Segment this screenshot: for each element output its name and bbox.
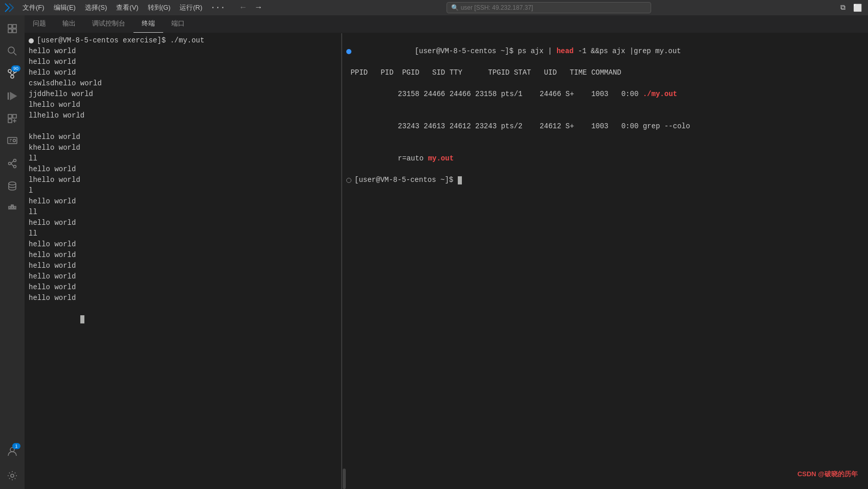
- svg-point-22: [14, 166, 16, 168]
- terminal-line-20: hello world: [29, 250, 337, 261]
- svg-line-10: [12, 73, 15, 75]
- svg-rect-0: [8, 25, 12, 28]
- svg-rect-13: [8, 114, 12, 118]
- source-control-badge: 90: [11, 65, 20, 72]
- terminal-line-12: hello world: [29, 164, 337, 175]
- row1-data: 23158 24466 24466 23158 pts/1 24466 S+ 1…: [398, 90, 643, 98]
- split-editor-btn[interactable]: ⧉: [836, 1, 850, 14]
- menu-run[interactable]: 运行(R): [175, 2, 206, 13]
- activity-extensions[interactable]: [1, 107, 24, 130]
- nav-back[interactable]: ←: [236, 1, 250, 14]
- row2-highlight: my.out: [428, 154, 454, 162]
- main-layout: 90: [0, 15, 868, 489]
- panel-area: 问题 输出 调试控制台 终端 端口 [user@VM-8-5-centos ex…: [25, 15, 868, 489]
- terminal-line-8: [29, 121, 337, 132]
- menu-edit[interactable]: 编辑(E): [50, 2, 80, 13]
- nav-forward[interactable]: →: [252, 1, 265, 14]
- tab-ports[interactable]: 端口: [163, 15, 193, 33]
- svg-point-19: [13, 139, 16, 142]
- csdn-watermark: CSDN @破晓的历年: [797, 470, 858, 479]
- menu-bar: 文件(F) 编辑(E) 选择(S) 查看(V) 转到(G) 运行(R) ···: [18, 2, 228, 13]
- search-input[interactable]: [461, 4, 647, 11]
- activity-run[interactable]: [1, 85, 24, 107]
- terminal-data-row2-cont: r=auto my.out: [346, 143, 864, 175]
- cmd-head-highlight: head: [557, 47, 574, 55]
- terminal-pane-left[interactable]: [user@VM-8-5-centos exercise]$ ./my.out …: [25, 33, 342, 489]
- row1-highlight: ./my.out: [643, 90, 677, 98]
- terminal-pane-right[interactable]: [user@VM-8-5-centos ~]$ ps ajx | head -1…: [342, 33, 868, 489]
- svg-line-24: [11, 164, 14, 167]
- menu-goto[interactable]: 转到(G): [144, 2, 175, 13]
- svg-rect-2: [8, 29, 12, 33]
- svg-line-23: [11, 161, 14, 164]
- svg-rect-14: [13, 114, 16, 118]
- activity-explorer[interactable]: [1, 17, 24, 40]
- terminal-data-row2: 23243 24613 24612 23243 pts/2 24612 S+ 1…: [346, 110, 864, 143]
- activity-database[interactable]: [1, 175, 24, 197]
- terminal-data-row1: 23158 24466 24466 23158 pts/1 24466 S+ 1…: [346, 78, 864, 110]
- svg-point-21: [14, 159, 16, 162]
- terminal-scroll-left[interactable]: [user@VM-8-5-centos exercise]$ ./my.out …: [25, 33, 341, 489]
- svg-rect-26: [9, 206, 11, 208]
- search-bar[interactable]: 🔍: [447, 2, 651, 13]
- activity-docker[interactable]: [1, 197, 24, 220]
- terminal-line-18: ll: [29, 228, 337, 239]
- terminal-line-16: ll: [29, 207, 337, 218]
- cmd-right-text2: -1 &&ps ajx |grep my.out: [573, 47, 681, 55]
- prompt2-text: [user@VM-8-5-centos ~]$: [354, 175, 458, 185]
- terminal-line-13: lhello world: [29, 175, 337, 185]
- menu-more[interactable]: ···: [207, 2, 228, 13]
- menu-view[interactable]: 查看(V): [112, 2, 142, 13]
- svg-line-5: [14, 53, 16, 55]
- right-scrollbar[interactable]: [342, 458, 346, 489]
- terminal-line-14: l: [29, 185, 337, 196]
- terminal-cursor-line: [29, 304, 337, 336]
- account-badge: 1: [12, 443, 20, 449]
- tab-output[interactable]: 输出: [54, 15, 84, 33]
- cmd-right-text: [user@VM-8-5-centos ~]$ ps ajx |: [415, 47, 557, 55]
- activity-remote[interactable]: [1, 130, 24, 152]
- svg-point-4: [8, 47, 14, 53]
- terminal-line-7: llhello world: [29, 110, 337, 121]
- svg-rect-15: [8, 119, 12, 123]
- svg-point-31: [11, 474, 14, 477]
- terminal-cursor-right: [458, 176, 462, 184]
- activity-search[interactable]: [1, 40, 24, 62]
- svg-point-20: [9, 162, 11, 165]
- terminal-cmd-left: [user@VM-8-5-centos exercise]$ ./my.out: [37, 35, 205, 46]
- terminal-line-21: hello world: [29, 261, 337, 271]
- terminal-line-15: hello world: [29, 196, 337, 207]
- svg-point-8: [11, 75, 14, 78]
- tab-debug-console[interactable]: 调试控制台: [84, 15, 133, 33]
- svg-marker-11: [10, 92, 16, 100]
- activity-account[interactable]: 1: [1, 440, 24, 462]
- terminal-line-23: hello world: [29, 282, 337, 293]
- row2-data: 23243 24613 24612 23243 pts/2 24612 S+ 1…: [398, 122, 690, 130]
- svg-line-9: [10, 73, 12, 75]
- svg-rect-3: [13, 29, 16, 33]
- activity-git-graph[interactable]: [1, 152, 24, 175]
- activity-bar: 90: [0, 15, 25, 489]
- terminal-line-9: khello world: [29, 132, 337, 143]
- activity-source-control[interactable]: 90: [1, 62, 24, 85]
- terminal-container: [user@VM-8-5-centos exercise]$ ./my.out …: [25, 33, 868, 489]
- svg-point-6: [8, 69, 11, 73]
- svg-point-25: [9, 182, 16, 185]
- window-controls: ⧉ ⬜: [836, 1, 864, 14]
- tab-terminal[interactable]: 终端: [133, 15, 163, 33]
- terminal-line-3: hello world: [29, 67, 337, 78]
- terminal-prompt-right: [user@VM-8-5-centos ~]$ ps ajx | head -1…: [346, 35, 864, 67]
- tab-problems[interactable]: 问题: [25, 15, 54, 33]
- terminal-scroll-right[interactable]: [user@VM-8-5-centos ~]$ ps ajx | head -1…: [342, 33, 868, 458]
- panel-tabs: 问题 输出 调试控制台 终端 端口: [25, 15, 868, 33]
- terminal-line-17: hello world: [29, 218, 337, 228]
- maximize-btn[interactable]: ⬜: [851, 1, 864, 14]
- terminal-line-4: cswlsdhello world: [29, 78, 337, 89]
- menu-select[interactable]: 选择(S): [81, 2, 111, 13]
- row2-cont: r=auto: [398, 154, 428, 162]
- search-icon: 🔍: [451, 4, 459, 12]
- activity-settings[interactable]: [1, 464, 24, 487]
- svg-rect-28: [11, 205, 13, 206]
- app-logo: [4, 3, 14, 13]
- menu-file[interactable]: 文件(F): [18, 2, 49, 13]
